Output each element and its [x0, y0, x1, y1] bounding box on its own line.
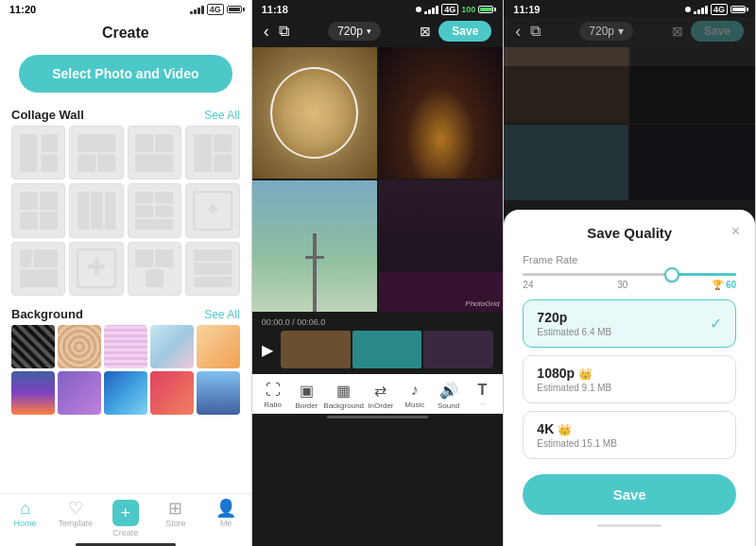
collage-section-header: Collage Wall See All [0, 102, 251, 126]
play-button[interactable]: ▶ [262, 341, 273, 359]
tool-sound[interactable]: 🔊 Sound [432, 382, 466, 410]
collage-item[interactable]: ✚ [69, 242, 123, 296]
tool-ratio[interactable]: ⛶ Ratio [256, 382, 290, 410]
select-photo-video-button[interactable]: Select Photo and Video [19, 55, 232, 93]
crown-icon-1080p: 👑 [578, 367, 593, 381]
bg-item[interactable] [11, 325, 55, 368]
bg-item[interactable] [11, 371, 55, 415]
collage-item[interactable] [185, 242, 239, 296]
quality-size-4k: Estimated 15.1 MB [537, 438, 616, 449]
nav-me[interactable]: 👤 Me [201, 500, 251, 537]
svg-rect-19 [136, 192, 154, 203]
bg-item[interactable] [197, 371, 240, 415]
quality-caret-icon-3: ▾ [618, 25, 624, 38]
bg-item[interactable] [58, 325, 101, 368]
tool-border[interactable]: ▣ Border [290, 382, 324, 410]
bg-item[interactable] [197, 325, 240, 368]
toolbar-left-2: ‹ ⧉ [264, 22, 289, 42]
bg-item[interactable] [104, 325, 147, 368]
status-bar-3: 11:19 4G [504, 0, 755, 17]
layers-icon-2[interactable]: ⧉ [279, 23, 289, 40]
background-icon: ▦ [336, 382, 351, 400]
collage-item[interactable] [128, 126, 181, 179]
clip-2 [352, 331, 422, 368]
border-icon: ▣ [300, 382, 314, 400]
collage-see-all[interactable]: See All [204, 109, 239, 122]
panel-save-quality: 11:19 4G ‹ ⧉ 720p ▾ ⊠ Save [504, 0, 756, 546]
svg-rect-5 [97, 154, 115, 172]
collage-item[interactable] [69, 126, 123, 179]
collage-item[interactable] [185, 126, 239, 179]
frame-rate-slider[interactable] [523, 273, 736, 276]
save-button-top-2[interactable]: Save [438, 21, 491, 42]
svg-rect-2 [41, 154, 58, 172]
nav-me-label: Me [220, 519, 232, 528]
notif-dot-2 [416, 7, 421, 12]
tool-inorder[interactable]: ⇄ InOrder [364, 382, 398, 410]
nav-create-label: Create [112, 528, 138, 537]
nav-template[interactable]: ♡ Template [50, 500, 100, 537]
collage-item[interactable] [11, 183, 65, 237]
slider-min-label: 24 [523, 280, 533, 290]
status-bar-1: 11:20 4G [0, 0, 251, 17]
panel-editor: 11:18 4G 100 ‹ ⧉ 720p ▾ ⊠ Save [252, 0, 505, 546]
tool-text[interactable]: T ··· [466, 382, 500, 410]
quality-option-720p[interactable]: 720p Estimated 6.4 MB ✓ [523, 299, 736, 348]
nav-home[interactable]: ⌂ Home [0, 500, 50, 537]
quality-info-720p: 720p Estimated 6.4 MB [537, 310, 611, 337]
tool-music[interactable]: ♪ Music [398, 382, 432, 410]
check-icon-720p: ✓ [710, 315, 722, 333]
svg-rect-31 [136, 250, 154, 268]
collage-item[interactable] [128, 183, 181, 237]
timeline-row: ▶ [262, 331, 494, 368]
modal-close-button[interactable]: × [731, 223, 740, 240]
svg-rect-18 [105, 192, 115, 230]
tool-background[interactable]: ▦ Background [323, 382, 364, 410]
timeline-clips[interactable] [281, 331, 494, 368]
sound-icon: 🔊 [439, 382, 458, 400]
back-button-3[interactable]: ‹ [515, 22, 521, 42]
save-button-top-3[interactable]: Save [691, 21, 744, 42]
svg-rect-11 [214, 154, 232, 172]
slider-max-label: 🏆 60 [712, 280, 736, 290]
svg-rect-12 [20, 192, 38, 210]
share-icon-2[interactable]: ⊠ [420, 24, 431, 39]
bg-item[interactable] [104, 371, 147, 415]
quality-selector-3[interactable]: 720p ▾ [579, 22, 633, 41]
svg-rect-8 [136, 154, 174, 172]
background-see-all[interactable]: See All [204, 308, 239, 321]
toolbar-left-3: ‹ ⧉ [515, 22, 541, 42]
signal-icon-2 [424, 6, 438, 14]
quality-info-1080p: 1080p 👑 Estimated 9.1 MB [537, 366, 611, 393]
me-icon: 👤 [215, 500, 236, 517]
collage-item[interactable] [128, 242, 181, 296]
collage-item[interactable] [11, 242, 65, 296]
time-1: 11:20 [9, 4, 36, 15]
collage-item[interactable] [69, 183, 123, 237]
status-icons-2: 4G 100 [416, 4, 493, 15]
slider-labels: 24 30 🏆 60 [523, 280, 736, 290]
collage-item[interactable]: ✦ [185, 183, 239, 237]
bg-item[interactable] [150, 371, 194, 415]
tools-bar-2: ⛶ Ratio ▣ Border ▦ Background ⇄ InOrder … [252, 374, 504, 414]
nav-create[interactable]: + Create [100, 500, 150, 537]
quality-name-1080p: 1080p 👑 [537, 366, 611, 381]
background-grid [0, 325, 251, 420]
media-thumb-tower [252, 180, 377, 312]
svg-rect-6 [136, 134, 154, 152]
svg-text:✚: ✚ [87, 254, 106, 280]
quality-option-1080p[interactable]: 1080p 👑 Estimated 9.1 MB [523, 355, 736, 403]
battery-icon-1 [227, 6, 242, 13]
modal-save-button[interactable]: Save [523, 474, 736, 515]
collage-grid: ✦ ✚ [0, 126, 251, 301]
nav-store[interactable]: ⊞ Store [150, 500, 200, 537]
collage-item[interactable] [11, 126, 65, 179]
status-icons-1: 4G [190, 4, 242, 15]
bg-item[interactable] [150, 325, 194, 368]
svg-rect-28 [20, 270, 58, 288]
bg-item[interactable] [58, 371, 101, 415]
quality-selector-2[interactable]: 720p ▾ [328, 22, 381, 41]
quality-option-4k[interactable]: 4K 👑 Estimated 15.1 MB [523, 411, 736, 459]
svg-rect-7 [156, 134, 174, 152]
back-button-2[interactable]: ‹ [264, 22, 269, 42]
